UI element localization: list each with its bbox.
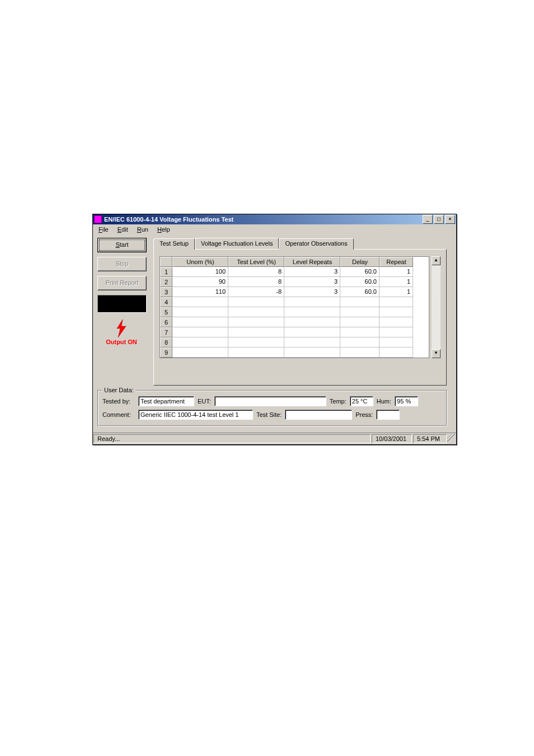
user-data-legend: User Data: [102,387,135,393]
cell[interactable] [228,297,284,307]
menu-help[interactable]: Help [154,226,174,233]
press-field[interactable] [376,410,400,420]
row-header[interactable]: 6 [160,317,172,327]
status-message: Ready... [93,434,371,443]
cell[interactable] [172,317,228,327]
row-header[interactable]: 2 [160,277,172,287]
cell[interactable] [284,317,340,327]
cell[interactable] [228,307,284,317]
status-bar: Ready... 10/03/2001 5:54 PM [93,433,456,444]
cell[interactable] [380,307,413,317]
svg-marker-0 [117,320,126,337]
cell[interactable] [340,307,380,317]
cell[interactable] [228,317,284,327]
cell[interactable] [284,327,340,337]
tab-body: Unom (%) Test Level (%) Level Repeats De… [153,249,447,386]
cell[interactable] [228,348,284,358]
eut-field[interactable] [214,396,326,406]
cell[interactable] [340,327,380,337]
comment-field[interactable] [138,410,253,420]
col-level-repeats[interactable]: Level Repeats [284,257,340,267]
scroll-up-icon[interactable]: ▲ [432,256,441,265]
row-header[interactable]: 8 [160,337,172,348]
cell[interactable]: 8 [228,277,284,287]
cell[interactable]: 90 [172,277,228,287]
tested-by-field[interactable] [138,396,194,406]
print-report-button[interactable]: Print Report [97,276,147,290]
grid-scrollbar[interactable]: ▲ ▼ [432,256,441,358]
cell[interactable] [228,337,284,348]
start-button[interactable]: Start [97,238,147,252]
minimize-button[interactable]: _ [423,215,433,224]
cell[interactable]: 8 [228,267,284,277]
maximize-button[interactable]: □ [434,215,444,224]
cell[interactable]: 60.0 [340,267,380,277]
cell[interactable]: 1 [380,267,413,277]
close-button[interactable]: × [445,215,455,224]
tab-operator-observations[interactable]: Operator Observations [279,238,353,250]
hum-field[interactable] [395,396,418,406]
tested-by-label: Tested by: [102,398,135,405]
row-header[interactable]: 3 [160,287,172,297]
comment-label: Comment: [102,411,135,418]
col-repeat[interactable]: Repeat [380,257,413,267]
status-display [97,295,147,313]
temp-label: Temp: [330,398,346,405]
menu-edit[interactable]: Edit [114,226,132,233]
cell[interactable] [284,297,340,307]
cell[interactable]: 3 [284,277,340,287]
lightning-icon [97,318,146,339]
col-unom[interactable]: Unom (%) [172,257,228,267]
resize-grip-icon[interactable] [447,434,455,443]
cell[interactable]: 60.0 [340,277,380,287]
row-header[interactable]: 5 [160,307,172,317]
tab-voltage-fluctuation-levels[interactable]: Voltage Fluctuation Levels [195,238,279,249]
row-header[interactable]: 1 [160,267,172,277]
row-header[interactable]: 4 [160,297,172,307]
tab-test-setup[interactable]: Test Setup [153,238,195,250]
temp-field[interactable] [350,396,373,406]
tabs: Test Setup Voltage Fluctuation Levels Op… [153,238,447,386]
cell[interactable] [172,348,228,358]
cell[interactable]: 110 [172,287,228,297]
cell[interactable] [284,348,340,358]
cell[interactable] [228,327,284,337]
menu-file[interactable]: File [95,226,112,233]
cell[interactable] [340,297,380,307]
cell[interactable] [380,348,413,358]
test-site-field[interactable] [285,410,352,420]
cell[interactable]: 3 [284,287,340,297]
cell[interactable] [380,317,413,327]
cell[interactable] [380,327,413,337]
levels-grid[interactable]: Unom (%) Test Level (%) Level Repeats De… [160,256,429,358]
cell[interactable] [172,297,228,307]
cell[interactable]: -8 [228,287,284,297]
window-title: EN/IEC 61000-4-14 Voltage Fluctuations T… [104,216,423,223]
row-header[interactable]: 7 [160,327,172,337]
cell[interactable] [284,337,340,348]
cell[interactable] [380,297,413,307]
cell[interactable] [340,317,380,327]
cell[interactable] [172,307,228,317]
menu-run[interactable]: Run [134,226,152,233]
cell[interactable] [380,337,413,348]
cell[interactable]: 100 [172,267,228,277]
scroll-down-icon[interactable]: ▼ [432,349,441,358]
hum-label: Hum: [377,398,391,405]
col-delay[interactable]: Delay [340,257,380,267]
cell[interactable] [172,337,228,348]
cell[interactable]: 1 [380,287,413,297]
cell[interactable]: 3 [284,267,340,277]
cell[interactable] [284,307,340,317]
user-data-group: User Data: Tested by: EUT: Temp: Hum: Co… [97,390,447,426]
cell[interactable] [340,348,380,358]
row-header[interactable]: 9 [160,348,172,358]
stop-button[interactable]: Stop [97,257,147,271]
cell[interactable]: 60.0 [340,287,380,297]
scroll-track[interactable] [432,265,441,349]
col-test-level[interactable]: Test Level (%) [228,257,284,267]
cell[interactable] [340,337,380,348]
cell[interactable] [172,327,228,337]
titlebar[interactable]: EN/IEC 61000-4-14 Voltage Fluctuations T… [93,214,456,224]
cell[interactable]: 1 [380,277,413,287]
